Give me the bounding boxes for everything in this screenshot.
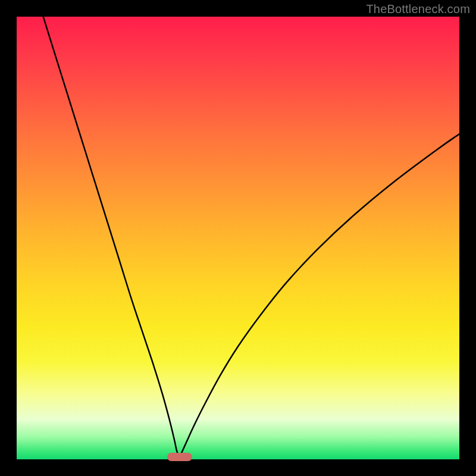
watermark-text: TheBottleneck.com — [366, 2, 470, 16]
plot-area — [17, 17, 459, 459]
minimum-marker — [167, 453, 192, 461]
curve-svg — [17, 17, 459, 459]
curve-right-branch — [180, 134, 459, 457]
chart-frame: TheBottleneck.com — [0, 0, 476, 476]
curve-left-branch — [43, 17, 180, 457]
